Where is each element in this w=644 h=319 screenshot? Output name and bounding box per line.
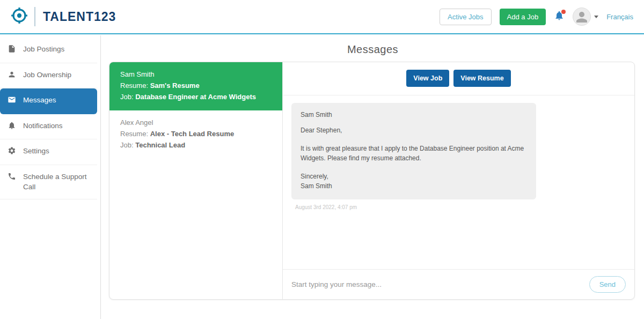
conversation-resume-value: Alex - Tech Lead Resume [150, 130, 235, 138]
send-button[interactable]: Send [589, 276, 626, 293]
conversation-item-sam-smith[interactable]: Sam Smith Resume: Sam's Resume Job: Data… [109, 62, 282, 110]
gear-icon [8, 146, 16, 158]
thread-toolbar: View Job View Resume [283, 62, 634, 95]
message-signature: Sam Smith [301, 181, 527, 191]
document-icon [8, 44, 16, 56]
sidebar-item-label: Schedule a Support Call [23, 172, 90, 192]
conversation-name: Sam Smith [120, 69, 272, 80]
brand-name: TALENT123 [43, 10, 116, 24]
conversation-item-alex-angel[interactable]: Alex Angel Resume: Alex - Tech Lead Resu… [109, 110, 282, 159]
user-menu[interactable] [573, 8, 598, 26]
brand-logo[interactable]: TALENT123 [11, 7, 116, 26]
phone-icon [8, 172, 16, 184]
sidebar-item-label: Settings [23, 146, 49, 157]
view-job-button[interactable]: View Job [406, 70, 449, 87]
notifications-bell-button[interactable] [554, 10, 565, 23]
message-thread: View Job View Resume Sam Smith Dear Step… [283, 62, 634, 299]
message-body: It is with great pleasure that I apply t… [301, 144, 527, 163]
message-timestamp: August 3rd 2022, 4:07 pm [295, 204, 626, 210]
sidebar-item-job-postings[interactable]: Job Postings [0, 38, 97, 63]
conversation-job-value: Technical Lead [135, 141, 185, 149]
sidebar-item-label: Job Postings [23, 44, 64, 55]
messages-panel: Sam Smith Resume: Sam's Resume Job: Data… [109, 62, 635, 300]
sidebar-nav: Job Postings Job Ownership Messages [0, 35, 101, 319]
language-switch-link[interactable]: Français [606, 13, 633, 21]
message-bubble: Sam Smith Dear Stephen, It is with great… [291, 103, 536, 199]
sidebar-item-label: Job Ownership [23, 70, 71, 80]
sidebar-item-notifications[interactable]: Notifications [0, 114, 97, 140]
sidebar-item-settings[interactable]: Settings [0, 139, 97, 165]
sidebar-item-label: Notifications [23, 121, 63, 131]
person-icon [8, 70, 16, 82]
main-content: Messages Sam Smith Resume: Sam's Resume … [101, 35, 644, 319]
avatar [573, 8, 591, 26]
message-greeting: Dear Stephen, [301, 125, 527, 135]
header-actions: Active Jobs Add a Job Français [440, 8, 633, 26]
conversation-job-value: Database Engineer at Acme Widgets [135, 93, 256, 101]
app-window: TALENT123 Active Jobs Add a Job [0, 0, 644, 319]
conversation-job-line: Job: Database Engineer at Acme Widgets [120, 92, 272, 103]
top-header: TALENT123 Active Jobs Add a Job [0, 0, 644, 34]
notification-badge [561, 10, 566, 14]
conversation-resume-line: Resume: Sam's Resume [120, 80, 272, 92]
message-closing: Sincerely, [301, 172, 527, 181]
target-logo-icon [11, 7, 28, 26]
add-job-button[interactable]: Add a Job [500, 9, 546, 25]
envelope-icon [8, 95, 16, 107]
active-jobs-button[interactable]: Active Jobs [440, 9, 491, 25]
conversation-list: Sam Smith Resume: Sam's Resume Job: Data… [109, 62, 283, 299]
view-resume-button[interactable]: View Resume [453, 70, 510, 87]
page-title: Messages [101, 35, 644, 62]
message-sender: Sam Smith [301, 110, 527, 120]
thread-body: Sam Smith Dear Stephen, It is with great… [283, 95, 634, 269]
sidebar-item-job-ownership[interactable]: Job Ownership [0, 63, 97, 89]
conversation-name: Alex Angel [120, 117, 272, 129]
compose-bar: Send [283, 269, 634, 299]
conversation-resume-line: Resume: Alex - Tech Lead Resume [120, 129, 272, 140]
conversation-resume-value: Sam's Resume [150, 81, 200, 90]
brand-divider [34, 7, 35, 26]
conversation-job-line: Job: Technical Lead [120, 140, 272, 151]
message-input[interactable] [291, 280, 583, 288]
bell-icon [8, 121, 16, 133]
sidebar-item-messages[interactable]: Messages [0, 88, 97, 114]
sidebar-item-schedule-support-call[interactable]: Schedule a Support Call [0, 165, 97, 199]
sidebar-item-label: Messages [23, 95, 56, 106]
chevron-down-icon [594, 16, 598, 18]
